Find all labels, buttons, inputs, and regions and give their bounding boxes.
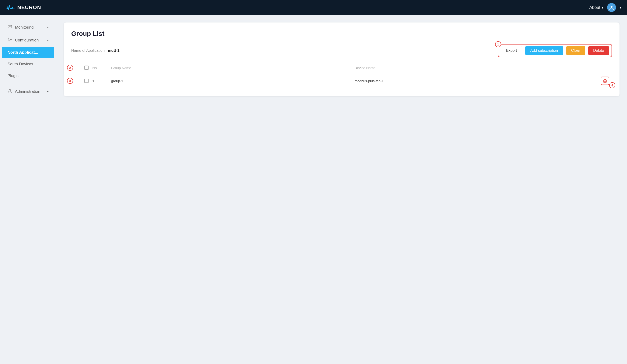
main-content: Group List Name of Application mqtt-1 1 … [56, 15, 627, 364]
sidebar-item-monitoring[interactable]: Monitoring ▾ [2, 21, 54, 34]
header-checkbox-cell [81, 66, 92, 70]
app-name-value: mqtt-1 [108, 49, 119, 52]
table-row: 3 1 group-1 modbus-plus-tcp-1 [71, 73, 612, 89]
col-device-name-header: Device Name [355, 66, 598, 70]
logo-container: NEURON [6, 4, 41, 11]
logo-icon [6, 4, 15, 11]
row-1-group-name: group-1 [111, 79, 355, 83]
configuration-label: Configuration [15, 38, 39, 43]
about-button[interactable]: About ▾ [589, 5, 603, 10]
monitoring-label: Monitoring [15, 25, 34, 30]
svg-point-2 [9, 39, 10, 40]
sidebar-item-north-application[interactable]: North Applicat... [2, 47, 54, 58]
svg-rect-4 [604, 80, 606, 82]
about-label: About [589, 5, 600, 10]
badge-4: 4 [609, 82, 615, 88]
monitoring-icon [7, 24, 12, 30]
row-1-no: 1 [92, 79, 111, 83]
sidebar: Monitoring ▾ Configuration ▴ North Appli… [0, 15, 56, 364]
row-checkbox-cell [81, 79, 92, 83]
plugin-label: Plugin [7, 74, 18, 78]
sidebar-item-configuration[interactable]: Configuration ▴ [2, 34, 54, 46]
user-chevron-icon[interactable]: ▾ [620, 6, 621, 9]
monitoring-expand-icon: ▾ [47, 26, 49, 29]
table-header: 2 No Group Name Device Name [71, 63, 612, 73]
north-application-label: North Applicat... [7, 50, 38, 55]
sidebar-item-administration[interactable]: Administration ▾ [2, 85, 54, 98]
row-1-action-cell: 4 [598, 77, 612, 85]
main-layout: Monitoring ▾ Configuration ▴ North Appli… [0, 15, 627, 364]
app-info-row: Name of Application mqtt-1 1 Export Add … [71, 44, 612, 57]
app-name-container: Name of Application mqtt-1 [71, 49, 119, 53]
content-card: Group List Name of Application mqtt-1 1 … [64, 22, 620, 96]
user-avatar[interactable] [607, 3, 616, 12]
row-1-checkbox[interactable] [84, 79, 89, 83]
south-devices-label: South Devices [7, 62, 33, 66]
configuration-icon [7, 37, 12, 43]
about-chevron-icon: ▾ [602, 6, 603, 9]
col-no-header: No [92, 66, 111, 70]
row-1-delete-button[interactable] [601, 77, 609, 85]
export-button[interactable]: Export [501, 46, 522, 55]
group-table: 2 No Group Name Device Name 3 [71, 63, 612, 89]
add-subscription-button[interactable]: Add subscription [525, 46, 563, 55]
sidebar-item-plugin[interactable]: Plugin [2, 70, 54, 82]
svg-point-0 [611, 6, 613, 8]
app-name-label: Name of Application [71, 49, 104, 52]
administration-label: Administration [15, 89, 40, 94]
page-title: Group List [71, 30, 612, 38]
badge-3: 3 [67, 78, 73, 84]
app-header: NEURON About ▾ ▾ [0, 0, 627, 15]
header-right: About ▾ ▾ [589, 3, 621, 12]
clear-button[interactable]: Clear [566, 46, 585, 55]
badge-2: 2 [67, 65, 73, 71]
svg-point-3 [9, 90, 11, 91]
administration-icon [7, 89, 12, 94]
delete-button[interactable]: Delete [588, 46, 609, 55]
logo-text: NEURON [17, 4, 41, 10]
col-group-name-header: Group Name [111, 66, 355, 70]
sidebar-item-south-devices[interactable]: South Devices [2, 58, 54, 70]
badge-1: 1 [495, 41, 501, 47]
action-buttons-group: 1 Export Add subscription Clear Delete [498, 44, 612, 57]
header-checkbox[interactable] [84, 66, 89, 70]
row-1-device-name: modbus-plus-tcp-1 [355, 79, 598, 83]
administration-expand-icon: ▾ [47, 90, 49, 93]
configuration-expand-icon: ▴ [47, 38, 49, 42]
